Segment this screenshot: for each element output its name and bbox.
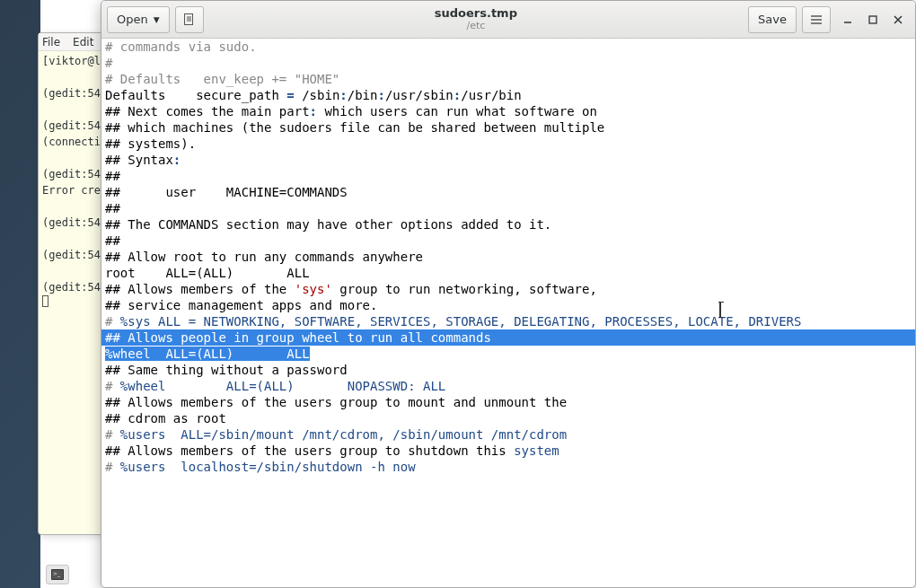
new-document-icon: [182, 13, 196, 26]
editor-line[interactable]: # %users localhost=/sbin/shutdown -h now: [101, 459, 915, 475]
open-button-label: Open: [117, 13, 148, 26]
terminal-menu-edit[interactable]: Edit: [73, 36, 93, 48]
editor-line[interactable]: Defaults secure_path = /sbin:/bin:/usr/s…: [101, 87, 915, 103]
chevron-down-icon: ▼: [154, 15, 160, 24]
new-tab-button[interactable]: [175, 6, 204, 33]
editor-line[interactable]: ## Allows members of the 'sys' group to …: [101, 281, 915, 297]
minimize-button[interactable]: [841, 13, 854, 26]
hamburger-icon: [810, 14, 823, 25]
editor-line[interactable]: ## Allows members of the users group to …: [101, 394, 915, 410]
window-title: sudoers.tmp: [435, 7, 517, 20]
editor-line[interactable]: # %sys ALL = NETWORKING, SOFTWARE, SERVI…: [101, 313, 915, 329]
editor-line[interactable]: %wheel ALL=(ALL) ALL: [101, 346, 915, 362]
editor-line[interactable]: ##: [101, 233, 915, 249]
editor-line[interactable]: ## Next comes the main part: which users…: [101, 103, 915, 119]
terminal-menu-file[interactable]: File: [42, 36, 60, 48]
headerbar: Open ▼ sudoers.tmp /etc Save: [101, 1, 915, 39]
hamburger-menu-button[interactable]: [802, 6, 831, 33]
save-button-label: Save: [758, 13, 787, 26]
close-button[interactable]: [892, 13, 904, 26]
editor-line[interactable]: # Defaults env_keep += "HOME": [101, 71, 915, 87]
editor-line[interactable]: ## cdrom as root: [101, 410, 915, 426]
terminal-cursor: [42, 295, 48, 307]
editor-line[interactable]: ## Allows people in group wheel to run a…: [101, 329, 915, 346]
editor-area[interactable]: # commands via sudo.## Defaults env_keep…: [101, 39, 915, 587]
maximize-icon: [868, 15, 877, 24]
editor-line[interactable]: ##: [101, 168, 915, 184]
editor-line[interactable]: ## Allow root to run any commands anywhe…: [101, 249, 915, 265]
editor-line[interactable]: ## The COMMANDS section may have other o…: [101, 216, 915, 233]
editor-line[interactable]: ## Same thing without a password: [101, 362, 915, 378]
maximize-button[interactable]: [867, 13, 879, 26]
taskbar: >_: [40, 561, 75, 588]
editor-line[interactable]: ## Allows members of the users group to …: [101, 443, 915, 459]
editor-line[interactable]: root ALL=(ALL) ALL: [101, 265, 915, 281]
window-controls: [836, 13, 910, 26]
editor-line[interactable]: # %users ALL=/sbin/mount /mnt/cdrom, /sb…: [101, 426, 915, 443]
title-area: sudoers.tmp /etc: [209, 7, 743, 31]
gedit-window: Open ▼ sudoers.tmp /etc Save # commands: [101, 0, 916, 588]
terminal-icon: >_: [51, 569, 64, 580]
taskbar-terminal-button[interactable]: >_: [46, 565, 69, 584]
editor-line[interactable]: # commands via sudo.: [101, 39, 915, 55]
editor-line[interactable]: ##: [101, 200, 915, 216]
editor-line[interactable]: ## Syntax:: [101, 152, 915, 168]
save-button[interactable]: Save: [748, 6, 797, 33]
text-cursor: [719, 303, 721, 317]
editor-line[interactable]: ## which machines (the sudoers file can …: [101, 119, 915, 136]
close-icon: [894, 15, 903, 24]
editor-line[interactable]: ## service management apps and more.: [101, 297, 915, 313]
desktop-background: [0, 0, 40, 588]
editor-line[interactable]: ## user MACHINE=COMMANDS: [101, 184, 915, 200]
editor-line[interactable]: ## systems).: [101, 136, 915, 152]
svg-text:>_: >_: [53, 570, 61, 577]
minimize-icon: [843, 15, 852, 24]
window-subtitle: /etc: [466, 21, 485, 31]
editor-line[interactable]: #: [101, 55, 915, 71]
open-button[interactable]: Open ▼: [107, 6, 170, 33]
svg-rect-4: [869, 16, 876, 23]
editor-line[interactable]: # %wheel ALL=(ALL) NOPASSWD: ALL: [101, 378, 915, 394]
